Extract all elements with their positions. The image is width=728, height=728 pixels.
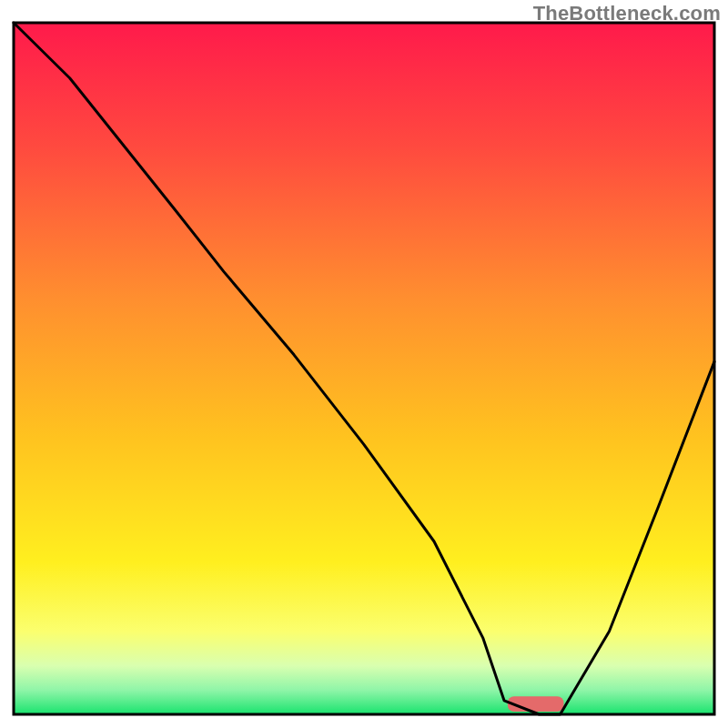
chart-background [14,23,714,714]
watermark-text: TheBottleneck.com [533,2,721,25]
bottleneck-chart [0,0,728,728]
chart-container: TheBottleneck.com [0,0,728,728]
